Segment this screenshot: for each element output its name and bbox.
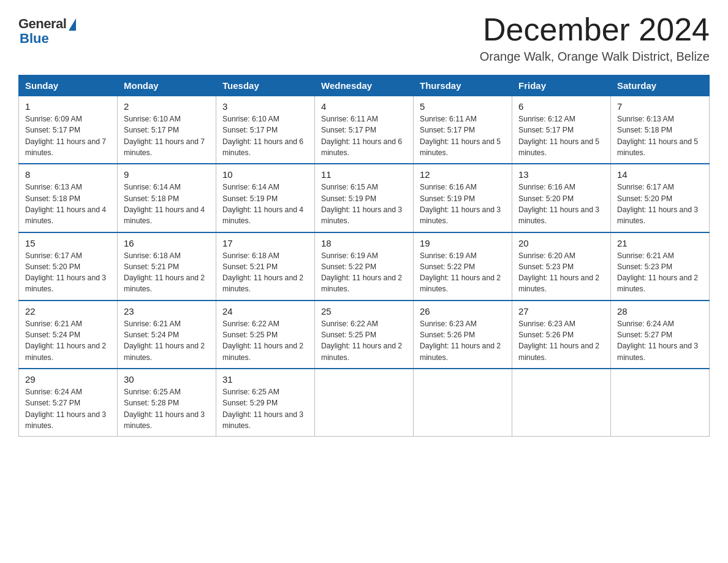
calendar-cell [315, 369, 414, 437]
day-number: 23 [124, 306, 210, 316]
day-info: Sunrise: 6:18 AMSunset: 5:21 PMDaylight:… [124, 250, 210, 295]
day-number: 20 [518, 238, 604, 248]
day-number: 28 [617, 306, 703, 316]
day-info: Sunrise: 6:10 AMSunset: 5:17 PMDaylight:… [124, 113, 210, 158]
day-info: Sunrise: 6:19 AMSunset: 5:22 PMDaylight:… [420, 250, 506, 295]
day-info: Sunrise: 6:10 AMSunset: 5:17 PMDaylight:… [222, 113, 308, 158]
calendar-cell: 26 Sunrise: 6:23 AMSunset: 5:26 PMDaylig… [414, 301, 512, 369]
logo-blue-text: Blue [18, 31, 49, 47]
calendar-cell: 6 Sunrise: 6:12 AMSunset: 5:17 PMDayligh… [512, 96, 611, 164]
day-number: 19 [420, 238, 506, 248]
col-header-friday: Friday [512, 75, 611, 96]
calendar-week-row: 29 Sunrise: 6:24 AMSunset: 5:27 PMDaylig… [19, 369, 710, 437]
calendar-header-row: SundayMondayTuesdayWednesdayThursdayFrid… [19, 75, 710, 96]
day-number: 16 [124, 238, 210, 248]
title-block: December 2024 Orange Walk, Orange Walk D… [480, 12, 710, 64]
day-info: Sunrise: 6:14 AMSunset: 5:19 PMDaylight:… [222, 182, 308, 226]
calendar-cell: 18 Sunrise: 6:19 AMSunset: 5:22 PMDaylig… [315, 232, 414, 301]
day-info: Sunrise: 6:09 AMSunset: 5:17 PMDaylight:… [25, 113, 111, 158]
calendar-cell: 22 Sunrise: 6:21 AMSunset: 5:24 PMDaylig… [19, 301, 118, 369]
calendar-cell: 15 Sunrise: 6:17 AMSunset: 5:20 PMDaylig… [19, 232, 118, 301]
day-info: Sunrise: 6:25 AMSunset: 5:28 PMDaylight:… [124, 386, 210, 431]
calendar-cell: 21 Sunrise: 6:21 AMSunset: 5:23 PMDaylig… [611, 232, 710, 301]
calendar-week-row: 22 Sunrise: 6:21 AMSunset: 5:24 PMDaylig… [19, 301, 710, 369]
col-header-thursday: Thursday [414, 75, 512, 96]
calendar-cell: 24 Sunrise: 6:22 AMSunset: 5:25 PMDaylig… [216, 301, 315, 369]
day-number: 8 [25, 169, 111, 180]
calendar-week-row: 15 Sunrise: 6:17 AMSunset: 5:20 PMDaylig… [19, 232, 710, 301]
calendar-cell: 10 Sunrise: 6:14 AMSunset: 5:19 PMDaylig… [216, 164, 315, 232]
day-info: Sunrise: 6:22 AMSunset: 5:25 PMDaylight:… [222, 318, 308, 363]
calendar-cell: 7 Sunrise: 6:13 AMSunset: 5:18 PMDayligh… [611, 96, 710, 164]
day-number: 27 [518, 306, 604, 316]
day-info: Sunrise: 6:21 AMSunset: 5:24 PMDaylight:… [124, 318, 210, 363]
day-info: Sunrise: 6:16 AMSunset: 5:20 PMDaylight:… [518, 182, 604, 226]
day-number: 2 [124, 101, 210, 112]
day-info: Sunrise: 6:13 AMSunset: 5:18 PMDaylight:… [617, 113, 703, 158]
calendar-cell: 3 Sunrise: 6:10 AMSunset: 5:17 PMDayligh… [216, 96, 315, 164]
day-info: Sunrise: 6:24 AMSunset: 5:27 PMDaylight:… [617, 318, 703, 363]
day-number: 26 [420, 306, 506, 316]
calendar-cell: 5 Sunrise: 6:11 AMSunset: 5:17 PMDayligh… [414, 96, 512, 164]
calendar-cell: 16 Sunrise: 6:18 AMSunset: 5:21 PMDaylig… [118, 232, 216, 301]
calendar-cell: 12 Sunrise: 6:16 AMSunset: 5:19 PMDaylig… [414, 164, 512, 232]
day-info: Sunrise: 6:23 AMSunset: 5:26 PMDaylight:… [518, 318, 604, 363]
calendar-cell: 23 Sunrise: 6:21 AMSunset: 5:24 PMDaylig… [118, 301, 216, 369]
logo-general-text: General [18, 16, 66, 32]
calendar-cell: 29 Sunrise: 6:24 AMSunset: 5:27 PMDaylig… [19, 369, 118, 437]
day-number: 24 [222, 306, 308, 316]
day-number: 30 [124, 374, 210, 385]
month-title: December 2024 [480, 12, 710, 47]
day-info: Sunrise: 6:25 AMSunset: 5:29 PMDaylight:… [222, 386, 308, 431]
day-info: Sunrise: 6:14 AMSunset: 5:18 PMDaylight:… [124, 182, 210, 226]
calendar-cell: 8 Sunrise: 6:13 AMSunset: 5:18 PMDayligh… [19, 164, 118, 232]
day-info: Sunrise: 6:16 AMSunset: 5:19 PMDaylight:… [420, 182, 506, 226]
day-number: 31 [222, 374, 308, 385]
day-number: 7 [617, 101, 703, 112]
day-number: 11 [321, 169, 407, 180]
calendar-week-row: 1 Sunrise: 6:09 AMSunset: 5:17 PMDayligh… [19, 96, 710, 164]
day-number: 14 [617, 169, 703, 180]
day-info: Sunrise: 6:11 AMSunset: 5:17 PMDaylight:… [321, 113, 407, 158]
day-info: Sunrise: 6:19 AMSunset: 5:22 PMDaylight:… [321, 250, 407, 295]
day-info: Sunrise: 6:12 AMSunset: 5:17 PMDaylight:… [518, 113, 604, 158]
calendar-cell [512, 369, 611, 437]
day-number: 21 [617, 238, 703, 248]
calendar-cell: 30 Sunrise: 6:25 AMSunset: 5:28 PMDaylig… [118, 369, 216, 437]
day-number: 25 [321, 306, 407, 316]
calendar-cell: 14 Sunrise: 6:17 AMSunset: 5:20 PMDaylig… [611, 164, 710, 232]
day-info: Sunrise: 6:17 AMSunset: 5:20 PMDaylight:… [25, 250, 111, 295]
col-header-monday: Monday [118, 75, 216, 96]
day-number: 17 [222, 238, 308, 248]
calendar-cell: 4 Sunrise: 6:11 AMSunset: 5:17 PMDayligh… [315, 96, 414, 164]
location-subtitle: Orange Walk, Orange Walk District, Beliz… [480, 50, 710, 64]
calendar-cell [414, 369, 512, 437]
day-number: 1 [25, 101, 111, 112]
day-number: 6 [518, 101, 604, 112]
day-number: 29 [25, 374, 111, 385]
calendar-cell: 31 Sunrise: 6:25 AMSunset: 5:29 PMDaylig… [216, 369, 315, 437]
day-info: Sunrise: 6:24 AMSunset: 5:27 PMDaylight:… [25, 386, 111, 431]
day-info: Sunrise: 6:22 AMSunset: 5:25 PMDaylight:… [321, 318, 407, 363]
day-number: 12 [420, 169, 506, 180]
col-header-saturday: Saturday [611, 75, 710, 96]
day-info: Sunrise: 6:15 AMSunset: 5:19 PMDaylight:… [321, 182, 407, 226]
logo: General Blue [18, 16, 76, 47]
day-info: Sunrise: 6:18 AMSunset: 5:21 PMDaylight:… [222, 250, 308, 295]
day-info: Sunrise: 6:23 AMSunset: 5:26 PMDaylight:… [420, 318, 506, 363]
day-info: Sunrise: 6:21 AMSunset: 5:24 PMDaylight:… [25, 318, 111, 363]
day-info: Sunrise: 6:17 AMSunset: 5:20 PMDaylight:… [617, 182, 703, 226]
calendar-cell: 1 Sunrise: 6:09 AMSunset: 5:17 PMDayligh… [19, 96, 118, 164]
col-header-sunday: Sunday [19, 75, 118, 96]
calendar-cell: 17 Sunrise: 6:18 AMSunset: 5:21 PMDaylig… [216, 232, 315, 301]
day-number: 4 [321, 101, 407, 112]
day-number: 3 [222, 101, 308, 112]
day-number: 22 [25, 306, 111, 316]
calendar-cell [611, 369, 710, 437]
day-number: 10 [222, 169, 308, 180]
calendar-cell: 2 Sunrise: 6:10 AMSunset: 5:17 PMDayligh… [118, 96, 216, 164]
calendar-cell: 19 Sunrise: 6:19 AMSunset: 5:22 PMDaylig… [414, 232, 512, 301]
day-info: Sunrise: 6:11 AMSunset: 5:17 PMDaylight:… [420, 113, 506, 158]
day-info: Sunrise: 6:21 AMSunset: 5:23 PMDaylight:… [617, 250, 703, 295]
calendar-week-row: 8 Sunrise: 6:13 AMSunset: 5:18 PMDayligh… [19, 164, 710, 232]
